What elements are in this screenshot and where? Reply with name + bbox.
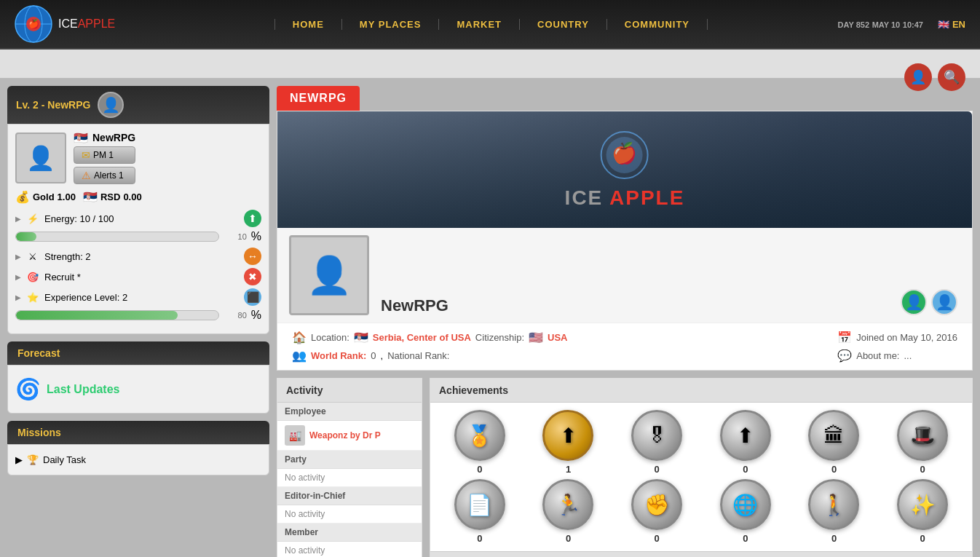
profile-icon-button[interactable]: 👤 — [904, 63, 932, 91]
banner-logo: 🍎 ICE APPLE — [565, 130, 685, 210]
day-info: DAY 852 MAY 10 10:47 — [838, 19, 923, 30]
activity-panel: Activity Employee 🏭 Weaponz by Dr P Part… — [277, 378, 422, 557]
achievement-badge-8: ✊ — [631, 479, 682, 530]
nav-home[interactable]: HOME — [274, 19, 342, 30]
achievement-cell-2: 🎖 0 — [615, 410, 699, 475]
achievement-badge-2: 🎖 — [631, 410, 682, 461]
recruit-icon: 🎯 — [25, 269, 40, 284]
achievement-count-4: 0 — [831, 464, 837, 475]
achievement-badge-11: ✨ — [897, 479, 948, 530]
sidebar-avatar-small: 👤 — [98, 92, 124, 118]
achievement-count-11: 0 — [920, 533, 925, 544]
user-country-flag: 🇷🇸 — [74, 133, 88, 143]
rank-row: 👥 World Rank: 0, National Rank: — [292, 349, 568, 363]
party-section-label: Party — [277, 451, 422, 469]
achievement-count-10: 0 — [831, 533, 837, 544]
nav-market[interactable]: MARKET — [439, 19, 520, 30]
sidebar-user-header: Lv. 2 - NewRPG 👤 — [7, 86, 269, 124]
location-flag: 🇷🇸 — [354, 333, 368, 343]
sidebar-user-card: 👤 🇷🇸 NewRPG ✉ PM 1 ⚠ Alerts 1 — [7, 124, 269, 334]
achievement-cell-3: ⬆ 0 — [703, 410, 788, 475]
alerts-button[interactable]: ⚠ Alerts 1 — [74, 167, 135, 184]
member-activity: No activity — [277, 542, 422, 557]
social-add-friend-button[interactable]: 👤 — [901, 289, 927, 315]
energy-bar-container: 10% — [15, 230, 261, 243]
citizenship-link[interactable]: USA — [548, 332, 567, 343]
achievement-count-8: 0 — [655, 533, 660, 544]
missions-label: Missions — [17, 427, 61, 438]
daily-task-label[interactable]: Daily Task — [43, 454, 86, 465]
gold-label: Gold — [33, 191, 55, 202]
achievements-header: Achievements — [430, 379, 972, 403]
energy-arrow: ▶ — [15, 215, 21, 223]
rsd-value: 0.00 — [123, 191, 141, 202]
trophy-header: Trophy — [430, 551, 972, 557]
main-content: NEWRPG 🍎 ICE APPLE — [277, 86, 973, 557]
editor-activity: No activity — [277, 505, 422, 524]
nav-community[interactable]: COMMUNITY — [607, 19, 708, 30]
search-icon-button[interactable]: 🔍 — [938, 63, 965, 91]
user-info-row: 👤 🇷🇸 NewRPG ✉ PM 1 ⚠ Alerts 1 — [15, 132, 261, 184]
rsd-stat: 🇷🇸 RSD 0.00 — [83, 191, 142, 202]
currency-stats-row: 💰 Gold 1.00 🇷🇸 RSD 0.00 — [15, 190, 261, 204]
profile-avatar-large: 👤 — [289, 235, 369, 315]
profile-details-right: 📅 Joined on May 10, 2016 💬 About me: ... — [837, 331, 957, 363]
banner-apple-svg: 🍎 — [599, 130, 650, 181]
logo-area: 🍎 ICEAPPLE — [15, 5, 115, 43]
joined-row: 📅 Joined on May 10, 2016 — [837, 331, 957, 344]
avatar-icon: 👤 — [102, 96, 120, 114]
achievement-badge-10: 🚶 — [808, 479, 859, 530]
badge-icon-8: ✊ — [644, 493, 670, 517]
badge-icon-1: ⬆ — [560, 424, 577, 448]
forecast-label: Forecast — [17, 347, 60, 359]
badge-icon-11: ✨ — [910, 493, 936, 517]
location-link[interactable]: Serbia, Center of USA — [373, 332, 471, 343]
location-row: 🏠 Location: 🇷🇸 Serbia, Center of USA Cit… — [292, 331, 568, 344]
strength-stat-row: ▶ ⚔ Strength: 2 ↔ — [15, 248, 261, 265]
recruit-status-icon: ✖ — [244, 268, 261, 285]
social-message-button[interactable]: 👤 — [931, 289, 957, 315]
world-rank-link[interactable]: World Rank: — [311, 350, 366, 361]
trophy-icon: 🏆 — [27, 454, 39, 465]
xp-arrow: ▶ — [15, 293, 21, 301]
missions-card: ▶ 🏆 Daily Task — [7, 444, 269, 475]
profile-tab: NEWRPG — [277, 86, 360, 111]
nav-country[interactable]: COUNTRY — [520, 19, 607, 30]
achievement-cell-7: 🏃 0 — [526, 479, 611, 544]
language-selector[interactable]: 🇬🇧 EN — [938, 19, 965, 30]
achievement-cell-10: 🚶 0 — [792, 479, 877, 544]
lang-label: EN — [952, 19, 965, 30]
day-time: 10:47 — [903, 20, 923, 29]
user-avatar-large: 👤 — [15, 133, 66, 183]
citizenship-flag: 🇺🇸 — [529, 333, 543, 343]
world-rank-value: 0 — [371, 350, 376, 361]
username-row: 🇷🇸 NewRPG — [74, 132, 135, 143]
username-label: NewRPG — [92, 132, 135, 143]
gold-value: 1.00 — [58, 191, 76, 202]
strength-icon: ⚔ — [25, 249, 40, 264]
employer-icon: 🏭 — [285, 425, 305, 446]
achievements-grid: 🏅 0 ⬆ 1 🎖 0 — [430, 403, 972, 551]
joined-label: Joined on May 10, 2016 — [856, 332, 957, 343]
banner-ice-text: ICE — [565, 186, 609, 209]
achievement-cell-6: 📄 0 — [438, 479, 522, 544]
achievement-count-6: 0 — [477, 533, 482, 544]
recruit-stat-row: ▶ 🎯 Recruit * ✖ — [15, 268, 261, 285]
badge-icon-0: 🏅 — [467, 424, 492, 448]
day-label: DAY 852 — [838, 20, 869, 29]
employer-link[interactable]: Weaponz by Dr P — [309, 430, 381, 441]
rsd-flag: 🇷🇸 — [83, 192, 98, 202]
missions-header: Missions — [7, 421, 269, 444]
pm-button[interactable]: ✉ PM 1 — [74, 146, 135, 164]
daily-task-row: ▶ 🏆 Daily Task — [15, 452, 261, 467]
nav-my-places[interactable]: MY PLACES — [342, 19, 440, 30]
citizenship-label: Citizenship: — [475, 332, 524, 343]
badge-icon-3: ⬆ — [737, 424, 754, 448]
achievement-badge-7: 🏃 — [542, 479, 593, 530]
energy-label: Energy: 10 / 100 — [44, 213, 240, 224]
achievement-cell-5: 🎩 0 — [880, 410, 965, 475]
profile-details: 🏠 Location: 🇷🇸 Serbia, Center of USA Cit… — [277, 323, 972, 370]
logo-apple-text: APPLE — [78, 17, 116, 30]
achievement-count-1: 1 — [566, 464, 571, 475]
mission-arrow: ▶ — [15, 454, 23, 465]
